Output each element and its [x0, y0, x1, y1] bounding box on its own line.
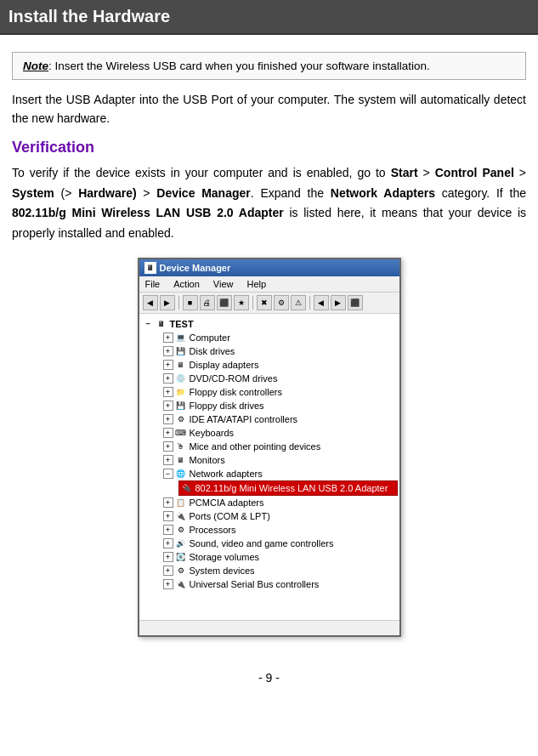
tree-item-network[interactable]: − 🌐 Network adapters [161, 467, 398, 480]
bold-na: Network Adapters [331, 186, 435, 200]
dm-menubar[interactable]: File Action View Help [139, 276, 399, 293]
toolbar-btn-6[interactable]: ⚠ [291, 295, 306, 310]
tree-item-keyboards[interactable]: + ⌨ Keyboards [161, 426, 398, 440]
icon-disk-drives: 💾 [175, 345, 187, 357]
icon-processors: ⚙ [175, 524, 187, 536]
toolbar-btn-9[interactable]: ⬛ [348, 295, 363, 310]
tree-item-display[interactable]: + 🖥 Display adapters [161, 358, 398, 372]
expand-dvd[interactable]: + [163, 373, 173, 384]
tree-item-ports[interactable]: + 🔌 Ports (COM & LPT) [161, 509, 398, 523]
note-text: : Insert the Wireless USB card when you … [48, 60, 430, 72]
expand-display[interactable]: + [163, 360, 173, 370]
dm-titlebar: 🖥 Device Manager [139, 259, 399, 276]
menu-view[interactable]: View [211, 278, 236, 290]
expand-processors[interactable]: + [163, 525, 173, 535]
expand-sound[interactable]: + [163, 538, 173, 549]
tree-item-adapter[interactable]: 🔌 802.11b/g Mini Wireless LAN USB 2.0 Ad… [178, 480, 398, 496]
tree-item-usb[interactable]: + 🔌 Universal Serial Bus controllers [161, 577, 398, 591]
label-disk-drives: Disk drives [190, 346, 235, 356]
expand-computer[interactable]: + [163, 333, 173, 343]
toolbar-btn-8[interactable]: ▶ [331, 295, 346, 310]
expand-sysdev[interactable]: + [163, 566, 173, 576]
tree-item-sound[interactable]: + 🔊 Sound, video and game controllers [161, 537, 398, 550]
expand-disk-drives[interactable]: + [163, 346, 173, 356]
bold-start: Start [391, 166, 418, 179]
toolbar-btn-3[interactable]: ★ [234, 295, 249, 310]
toolbar-btn-7[interactable]: ◀ [314, 295, 329, 310]
label-storage: Storage volumes [190, 552, 260, 562]
menu-action[interactable]: Action [171, 278, 202, 290]
toolbar-sep-1 [178, 296, 179, 310]
tree-item-floppy-ctrl[interactable]: + 📁 Floppy disk controllers [161, 385, 398, 399]
toolbar-btn-5[interactable]: ⚙ [274, 295, 289, 310]
dm-tree: − 🖥 TEST + 💻 Computer + [139, 314, 399, 620]
icon-pcmcia: 📋 [175, 497, 187, 509]
dm-children: + 💻 Computer + 💾 Disk drives + [144, 331, 398, 591]
expand-monitors[interactable]: + [163, 455, 173, 465]
tree-item-pcmcia[interactable]: + 📋 PCMCIA adapters [161, 496, 398, 509]
icon-storage: 💽 [175, 551, 187, 563]
tree-item-disk-drives[interactable]: + 💾 Disk drives [161, 344, 398, 358]
toolbar-btn-print[interactable]: 🖨 [200, 295, 215, 310]
tree-item-processors[interactable]: + ⚙ Processors [161, 523, 398, 537]
tree-item-computer[interactable]: + 💻 Computer [161, 331, 398, 344]
root-minus-icon: − [146, 319, 155, 328]
bold-system: System [12, 186, 54, 200]
bold-cp: Control Panel [435, 166, 514, 179]
expand-usb[interactable]: + [163, 579, 173, 589]
expand-mice[interactable]: + [163, 441, 173, 452]
expand-floppy-drives[interactable]: + [163, 401, 173, 411]
label-sound: Sound, video and game controllers [190, 538, 334, 549]
label-floppy-ctrl: Floppy disk controllers [190, 387, 282, 397]
label-display: Display adapters [190, 360, 259, 370]
expand-floppy-ctrl[interactable]: + [163, 387, 173, 397]
toolbar-btn-1[interactable]: ■ [183, 295, 198, 310]
toolbar-btn-back[interactable]: ◀ [143, 295, 158, 310]
icon-mice: 🖱 [175, 441, 187, 452]
icon-sysdev: ⚙ [175, 565, 187, 577]
network-children: 🔌 802.11b/g Mini Wireless LAN USB 2.0 Ad… [161, 480, 398, 496]
toolbar-btn-2[interactable]: ⬛ [217, 295, 232, 310]
dm-title: Device Manager [160, 263, 231, 273]
label-dvd: DVD/CD-ROM drives [190, 373, 278, 384]
note-label: Note [23, 60, 48, 72]
dm-root-node[interactable]: − 🖥 TEST [144, 317, 398, 331]
expand-ports[interactable]: + [163, 511, 173, 521]
expand-keyboards[interactable]: + [163, 428, 173, 438]
expand-storage[interactable]: + [163, 552, 173, 562]
intro-text: Insert the USB Adapter into the USB Port… [12, 90, 526, 128]
label-processors: Processors [190, 525, 236, 535]
icon-keyboards: ⌨ [175, 427, 187, 439]
icon-floppy-drives: 💾 [175, 400, 187, 412]
icon-display: 🖥 [175, 359, 187, 371]
menu-file[interactable]: File [143, 278, 163, 290]
tree-item-mice[interactable]: + 🖱 Mice and other pointing devices [161, 440, 398, 453]
tree-item-sysdev[interactable]: + ⚙ System devices [161, 564, 398, 577]
toolbar-btn-4[interactable]: ✖ [257, 295, 272, 310]
bold-dm: Device Manager [156, 186, 250, 200]
dm-statusbar [139, 620, 399, 635]
toolbar-btn-fwd[interactable]: ▶ [160, 295, 175, 310]
expand-network[interactable]: − [163, 469, 173, 479]
tree-item-monitors[interactable]: + 🖥 Monitors [161, 453, 398, 467]
tree-item-dvd[interactable]: + 💿 DVD/CD-ROM drives [161, 372, 398, 385]
device-manager-window: 🖥 Device Manager File Action View Help ◀… [138, 258, 401, 637]
tree-item-floppy-drives[interactable]: + 💾 Floppy disk drives [161, 399, 398, 412]
tree-item-ide[interactable]: + ⚙ IDE ATA/ATAPI controllers [161, 412, 398, 426]
label-computer: Computer [190, 333, 230, 343]
menu-help[interactable]: Help [244, 278, 269, 290]
icon-floppy-ctrl: 📁 [175, 386, 187, 398]
expand-ide[interactable]: + [163, 414, 173, 424]
label-mice: Mice and other pointing devices [190, 441, 321, 452]
tree-item-storage[interactable]: + 💽 Storage volumes [161, 550, 398, 564]
icon-adapter: 🔌 [181, 482, 193, 494]
bold-hardware: Hardware) [78, 186, 136, 200]
icon-monitors: 🖥 [175, 454, 187, 466]
verification-section: Verification To verify if the device exi… [12, 139, 526, 244]
label-ports: Ports (COM & LPT) [190, 511, 270, 521]
label-monitors: Monitors [190, 455, 225, 465]
expand-pcmcia[interactable]: + [163, 497, 173, 508]
toolbar-sep-2 [252, 296, 253, 310]
icon-ports: 🔌 [175, 510, 187, 522]
label-sysdev: System devices [190, 566, 255, 576]
